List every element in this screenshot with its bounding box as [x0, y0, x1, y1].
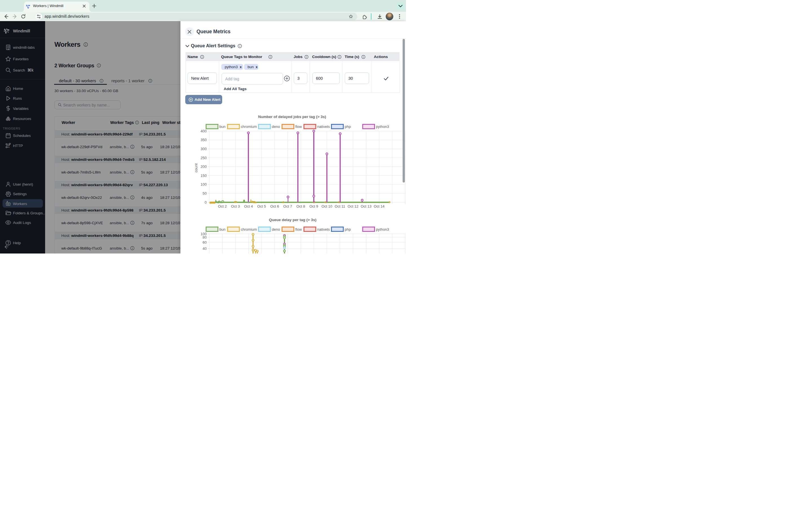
svg-text:400: 400 [200, 129, 207, 133]
svg-text:300: 300 [200, 147, 207, 151]
svg-text:php: php [345, 227, 351, 231]
svg-text:Oct 10: Oct 10 [321, 204, 332, 209]
svg-text:80: 80 [203, 235, 207, 239]
svg-text:350: 350 [200, 138, 207, 142]
svg-text:Oct 8: Oct 8 [296, 204, 305, 209]
svg-text:Oct 14: Oct 14 [374, 204, 385, 209]
svg-text:chromium: chromium [241, 227, 257, 231]
svg-text:flow: flow [295, 227, 302, 231]
svg-text:Oct 4: Oct 4 [244, 204, 253, 209]
svg-text:python3: python3 [376, 124, 389, 129]
svg-text:python3: python3 [376, 227, 389, 231]
svg-text:Queue delay per tag (> 3s): Queue delay per tag (> 3s) [269, 218, 316, 222]
svg-text:Oct 2: Oct 2 [218, 204, 227, 209]
svg-text:150: 150 [200, 173, 207, 178]
svg-text:nativets: nativets [317, 227, 330, 231]
svg-text:flow: flow [295, 124, 302, 129]
svg-text:Oct 5: Oct 5 [257, 204, 266, 209]
svg-text:Oct 12: Oct 12 [348, 204, 358, 209]
svg-text:deno: deno [272, 124, 280, 129]
svg-text:0: 0 [205, 200, 207, 205]
svg-text:Oct 7: Oct 7 [283, 204, 292, 209]
svg-text:Oct 3: Oct 3 [231, 204, 240, 209]
svg-text:200: 200 [200, 165, 207, 169]
svg-text:bun: bun [219, 227, 225, 231]
svg-text:250: 250 [200, 156, 207, 160]
svg-text:nativets: nativets [317, 124, 330, 129]
svg-text:40: 40 [203, 246, 207, 251]
svg-text:100: 100 [200, 182, 207, 186]
svg-text:50: 50 [203, 191, 207, 195]
svg-text:60: 60 [203, 240, 207, 244]
svg-text:chromium: chromium [241, 124, 257, 129]
svg-text:Oct 6: Oct 6 [270, 204, 279, 209]
svg-text:Number of delayed jobs per tag: Number of delayed jobs per tag (> 3s) [258, 115, 326, 119]
svg-text:count: count [194, 163, 198, 172]
svg-text:Oct 9: Oct 9 [309, 204, 318, 209]
svg-text:php: php [345, 124, 351, 129]
svg-text:Oct 13: Oct 13 [361, 204, 371, 209]
svg-text:Oct 11: Oct 11 [335, 204, 345, 209]
svg-text:bun: bun [219, 124, 225, 129]
svg-text:deno: deno [272, 227, 280, 231]
